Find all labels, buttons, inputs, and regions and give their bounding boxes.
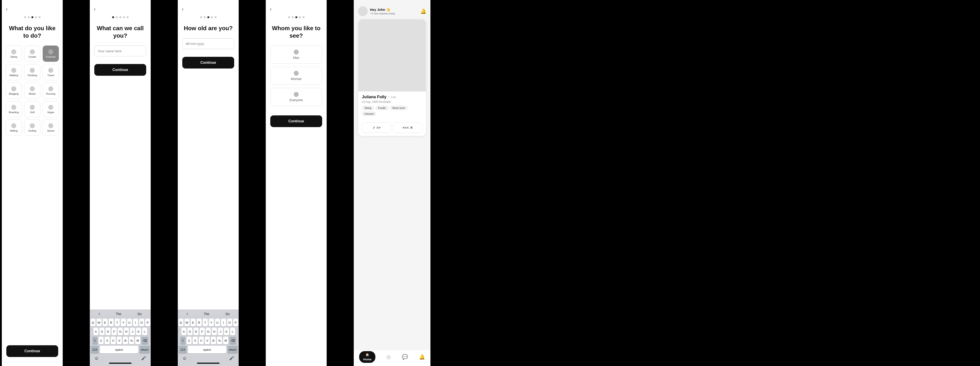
key-z[interactable]: Z: [99, 337, 103, 344]
key-b[interactable]: B: [123, 337, 128, 344]
key3-f[interactable]: F: [200, 328, 205, 335]
key3-t[interactable]: T: [203, 318, 208, 326]
nav-chat[interactable]: 💬: [402, 354, 408, 360]
activity-walking[interactable]: Walking: [6, 64, 22, 80]
key-u[interactable]: U: [127, 318, 132, 326]
key-n[interactable]: N: [129, 337, 134, 344]
dislike-button[interactable]: <<< ✕: [393, 122, 422, 133]
key-x[interactable]: X: [105, 337, 110, 344]
key-d[interactable]: D: [106, 328, 111, 335]
key-v[interactable]: V: [117, 337, 122, 344]
emoji-button[interactable]: ☺: [92, 356, 100, 361]
suggestion-go-3[interactable]: Go: [225, 312, 230, 316]
key3-n[interactable]: N: [217, 337, 222, 344]
key-a[interactable]: A: [94, 328, 99, 335]
activity-vegan[interactable]: Vegan: [43, 101, 59, 117]
key3-p[interactable]: P: [233, 318, 238, 326]
key3-j[interactable]: J: [218, 328, 223, 335]
nav-notifications[interactable]: 🔔: [419, 354, 425, 360]
key3-g[interactable]: G: [206, 328, 211, 335]
nav-discover[interactable]: ◎: [387, 354, 391, 360]
back-button-4[interactable]: ‹: [270, 6, 271, 12]
key3-123[interactable]: 123: [179, 346, 187, 353]
dob-input[interactable]: [182, 38, 234, 49]
key3-q[interactable]: Q: [178, 318, 183, 326]
key-backspace[interactable]: ⌫: [142, 337, 148, 344]
activity-travel[interactable]: Travel: [43, 64, 59, 80]
key3-space[interactable]: space: [188, 346, 226, 353]
activity-running[interactable]: Running: [43, 82, 59, 99]
key3-m[interactable]: M: [223, 337, 228, 344]
key3-k[interactable]: K: [224, 328, 229, 335]
key-space[interactable]: space: [100, 346, 138, 353]
key-l[interactable]: L: [142, 328, 147, 335]
name-input[interactable]: [94, 46, 146, 56]
suggestion-the-3[interactable]: The: [204, 312, 209, 316]
key3-h[interactable]: H: [212, 328, 217, 335]
key-k[interactable]: K: [136, 328, 141, 335]
activity-writing[interactable]: Writing: [6, 119, 22, 136]
back-button[interactable]: ‹: [6, 6, 8, 12]
key3-d[interactable]: D: [194, 328, 199, 335]
emoji-button-3[interactable]: ☺: [180, 356, 189, 361]
preference-woman[interactable]: Woman: [270, 67, 322, 85]
suggestion-the[interactable]: The: [116, 312, 121, 316]
continue-button-3[interactable]: Continue: [182, 57, 234, 68]
preference-everyone[interactable]: Everyone: [270, 88, 322, 106]
activity-climbing[interactable]: Climbing: [24, 64, 40, 80]
key3-u[interactable]: U: [215, 318, 220, 326]
continue-button-4[interactable]: Continue: [270, 116, 322, 127]
mic-button[interactable]: 🎤: [139, 356, 148, 361]
continue-button-2[interactable]: Continue: [94, 64, 146, 76]
key3-shift[interactable]: ⇧: [180, 337, 185, 344]
key-o[interactable]: O: [139, 318, 144, 326]
nav-home[interactable]: 🏠 Home: [359, 351, 375, 363]
key3-r[interactable]: R: [197, 318, 202, 326]
preference-man[interactable]: Man: [270, 46, 322, 63]
activity-foodie[interactable]: Foodie: [24, 46, 40, 62]
key-e[interactable]: E: [103, 318, 108, 326]
key-w[interactable]: W: [97, 318, 102, 326]
activity-festivals[interactable]: Festivals: [43, 46, 59, 62]
key3-c[interactable]: C: [199, 337, 204, 344]
key-t[interactable]: T: [115, 318, 120, 326]
key-y[interactable]: Y: [121, 318, 126, 326]
back-button-2[interactable]: ‹: [94, 6, 95, 12]
key3-i[interactable]: I: [221, 318, 226, 326]
like-button[interactable]: ✓ >>: [362, 122, 391, 133]
activity-surfing[interactable]: Surfing: [24, 119, 40, 136]
key3-return[interactable]: return: [228, 346, 238, 353]
key-j[interactable]: J: [130, 328, 135, 335]
activity-blogging[interactable]: Blogging: [6, 82, 22, 99]
key3-y[interactable]: Y: [209, 318, 214, 326]
back-button-3[interactable]: ‹: [182, 6, 183, 12]
key3-s[interactable]: S: [188, 328, 192, 335]
key3-v[interactable]: V: [205, 337, 210, 344]
key-shift[interactable]: ⇧: [92, 337, 97, 344]
key-123[interactable]: 123: [91, 346, 99, 353]
key-return[interactable]: return: [139, 346, 150, 353]
key-i[interactable]: I: [133, 318, 138, 326]
key-f[interactable]: F: [112, 328, 117, 335]
activity-golf[interactable]: Golf: [24, 101, 40, 117]
suggestion-go[interactable]: Go: [137, 312, 142, 316]
key-q[interactable]: Q: [91, 318, 95, 326]
key-g[interactable]: G: [118, 328, 123, 335]
key3-backspace[interactable]: ⌫: [229, 337, 236, 344]
activity-boarding[interactable]: Boarding: [6, 101, 22, 117]
key3-o[interactable]: O: [227, 318, 232, 326]
key3-z[interactable]: Z: [186, 337, 191, 344]
key3-w[interactable]: W: [185, 318, 189, 326]
key-c[interactable]: C: [111, 337, 116, 344]
activity-sports[interactable]: Sports: [43, 119, 59, 136]
key3-e[interactable]: E: [191, 318, 196, 326]
continue-button[interactable]: Continue: [6, 345, 58, 357]
key-p[interactable]: P: [145, 318, 150, 326]
key-h[interactable]: H: [124, 328, 129, 335]
key3-x[interactable]: X: [192, 337, 197, 344]
key-r[interactable]: R: [109, 318, 114, 326]
suggestion-i-3[interactable]: I: [187, 312, 188, 316]
key3-b[interactable]: B: [211, 337, 216, 344]
activity-winter[interactable]: Winter: [24, 82, 40, 99]
suggestion-i[interactable]: I: [99, 312, 100, 316]
